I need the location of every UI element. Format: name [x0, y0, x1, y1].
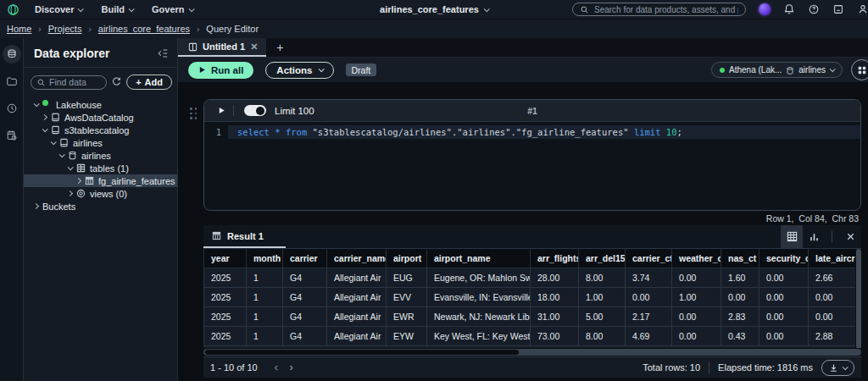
- cell-drag-handle-icon[interactable]: [190, 108, 197, 119]
- collapse-panel-button[interactable]: [157, 47, 169, 59]
- chevron-right-icon[interactable]: [75, 178, 81, 184]
- actions-button[interactable]: Actions: [265, 62, 333, 79]
- column-header-carrier-ct[interactable]: carrier_ct: [626, 249, 672, 268]
- user-profile-icon[interactable]: [857, 3, 868, 15]
- scrollbar-thumb[interactable]: [205, 350, 519, 355]
- panel-title: Data explorer: [34, 47, 109, 60]
- breadcrumb-query-editor: Query Editor: [206, 24, 259, 34]
- limit-toggle[interactable]: [244, 105, 266, 116]
- scheduled-queries-rail-button[interactable]: [3, 126, 21, 145]
- draft-status-badge: Draft: [346, 64, 377, 76]
- download-results-button[interactable]: [821, 360, 854, 376]
- chevron-down-icon[interactable]: [34, 101, 40, 107]
- chevron-down-icon[interactable]: [59, 152, 65, 157]
- cell: EWR: [387, 306, 427, 326]
- tree-item-s3tablescatalog[interactable]: s3tablescatalog: [24, 124, 177, 136]
- column-header-carrier[interactable]: carrier: [283, 249, 327, 268]
- breadcrumb-projects[interactable]: Projects: [48, 24, 82, 34]
- column-header-arr-flights[interactable]: arr_flights: [531, 249, 579, 268]
- new-tab-button[interactable]: +: [266, 38, 293, 57]
- global-search[interactable]: [572, 3, 746, 16]
- chevron-right-icon[interactable]: [42, 114, 47, 120]
- chevron-down-icon: [129, 6, 135, 12]
- run-all-button[interactable]: Run all: [188, 62, 253, 79]
- history-rail-button[interactable]: [3, 99, 21, 118]
- horizontal-scrollbar[interactable]: [203, 349, 861, 356]
- table-view-button[interactable]: [781, 225, 803, 248]
- tree-item-airlines[interactable]: airlines: [24, 149, 177, 162]
- tree-item-airlines[interactable]: airlines: [24, 136, 177, 149]
- notifications-bell-icon[interactable]: [783, 3, 795, 15]
- cell: 0.00: [672, 306, 721, 326]
- cell: 8.00: [579, 268, 626, 287]
- help-icon[interactable]: [808, 3, 820, 15]
- editor-tab-untitled-1[interactable]: Untitled 1 ✕: [178, 38, 266, 57]
- chevron-down-icon[interactable]: [51, 139, 57, 145]
- chevron-down-icon: [484, 6, 490, 12]
- divider: [24, 67, 177, 68]
- column-header-security-ct[interactable]: security_ct: [760, 249, 809, 268]
- sql-editor[interactable]: 1 select * from "s3tablescatalog/airline…: [204, 122, 860, 139]
- close-results-button[interactable]: [839, 225, 861, 248]
- app-logo-icon[interactable]: [7, 3, 19, 16]
- column-header-weather-ct[interactable]: weather_ct: [672, 249, 721, 268]
- chevron-right-icon[interactable]: [67, 190, 73, 196]
- tree-item-tables-1[interactable]: tables (1): [24, 162, 177, 174]
- breadcrumb-home[interactable]: Home: [7, 24, 31, 34]
- catalog-icon: [59, 138, 69, 147]
- previous-page-button[interactable]: ‹: [275, 362, 278, 373]
- connection-selector[interactable]: Athena (Lak... airlines: [711, 62, 843, 78]
- next-page-button[interactable]: ›: [290, 362, 293, 373]
- tree-item-awsdatacatalog[interactable]: AwsDataCatalog: [24, 111, 177, 124]
- add-data-button[interactable]: + Add: [126, 75, 172, 90]
- table-row-3[interactable]: 20251G4Allegiant AirEWRNewark, NJ: Newar…: [204, 306, 856, 326]
- column-header-month[interactable]: month: [247, 249, 283, 268]
- tables-icon: [76, 163, 86, 173]
- table-row-1[interactable]: 20251G4Allegiant AirEUGEugene, OR: Mahlo…: [204, 268, 856, 287]
- table-row-2[interactable]: 20251G4Allegiant AirEVVEvansville, IN: E…: [204, 287, 856, 306]
- cell: 0.00: [672, 268, 721, 287]
- chart-view-button[interactable]: [803, 225, 825, 248]
- feedback-icon[interactable]: [832, 3, 844, 15]
- find-data-input[interactable]: [49, 77, 101, 87]
- column-header-late-aircraft-ct[interactable]: late_aircraft_ct: [809, 249, 856, 268]
- tree-item-buckets[interactable]: Buckets: [24, 200, 177, 213]
- chevron-right-icon[interactable]: [33, 203, 39, 209]
- vertical-scrollbar[interactable]: [856, 249, 861, 348]
- global-search-input[interactable]: [594, 5, 738, 14]
- find-data-search[interactable]: [31, 75, 107, 90]
- chevron-down-icon[interactable]: [68, 164, 74, 170]
- column-header-carrier-name[interactable]: carrier_name: [327, 249, 387, 268]
- cell: 2.83: [721, 306, 760, 326]
- layout-grid-button[interactable]: [851, 59, 868, 80]
- sql-statement: select * from "s3tablescatalog/airlines"…: [228, 127, 682, 137]
- table-row-4[interactable]: 20251G4Allegiant AirEYWKey West, FL: Key…: [204, 326, 856, 345]
- pagination-controls: ‹ ›: [275, 362, 293, 373]
- data-tree: LakehouseAwsDataCatalogs3tablescatalogai…: [24, 98, 177, 213]
- refresh-button[interactable]: [111, 76, 122, 89]
- column-header-year[interactable]: year: [204, 249, 247, 268]
- cell: 4.69: [626, 326, 672, 345]
- menu-build[interactable]: Build: [101, 4, 133, 14]
- column-header-airport-name[interactable]: airport_name: [427, 249, 531, 268]
- run-all-label: Run all: [211, 65, 243, 75]
- menu-govern[interactable]: Govern: [152, 4, 193, 14]
- menu-discover[interactable]: Discover: [35, 4, 82, 14]
- result-tab-1[interactable]: Result 1: [203, 225, 286, 248]
- column-header-nas-ct[interactable]: nas_ct: [721, 249, 760, 268]
- column-header-arr-del15[interactable]: arr_del15: [579, 249, 626, 268]
- breadcrumb-airlines-core-features[interactable]: airlines_core_features: [98, 24, 190, 34]
- column-header-airport[interactable]: airport: [387, 249, 427, 268]
- cursor-position-status: Row 1, Col 84, Chr 83: [766, 213, 859, 224]
- files-rail-button[interactable]: [3, 72, 21, 91]
- project-selector[interactable]: airlines_core_features: [380, 4, 488, 14]
- data-explorer-rail-button[interactable]: [3, 45, 21, 64]
- tree-item-lakehouse[interactable]: Lakehouse: [24, 98, 177, 111]
- cell: 0.00: [721, 287, 760, 306]
- tree-item-fg-airline-features[interactable]: fg_airline_features: [24, 174, 177, 187]
- tree-item-views-0[interactable]: views (0): [24, 187, 177, 200]
- run-cell-button[interactable]: [214, 104, 228, 117]
- amazon-q-icon[interactable]: [759, 3, 771, 15]
- chevron-down-icon[interactable]: [42, 126, 48, 132]
- close-tab-icon[interactable]: ✕: [250, 41, 258, 52]
